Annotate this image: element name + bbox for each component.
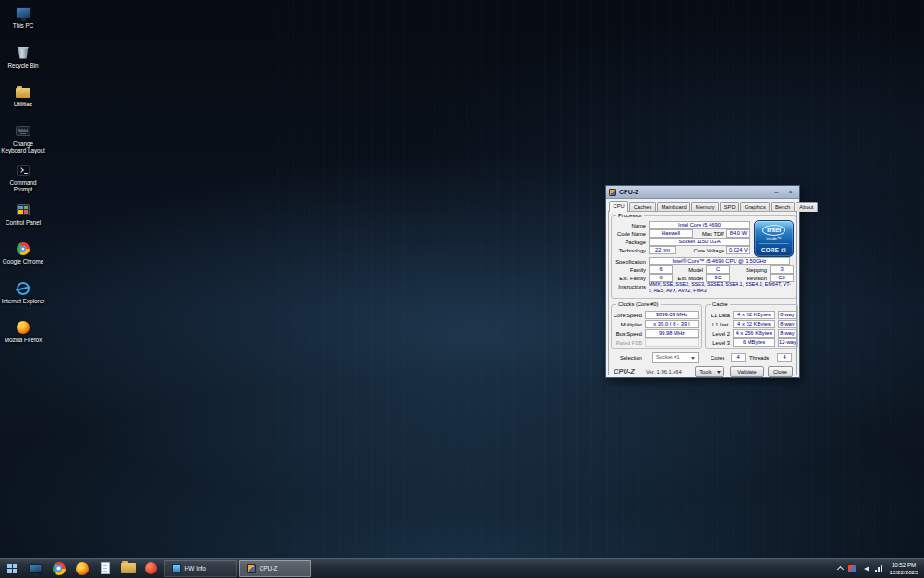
cache-group-label: Cache xyxy=(711,301,730,308)
chrome-icon xyxy=(15,241,31,256)
firefox-icon xyxy=(15,320,31,335)
name-label: Name xyxy=(612,222,646,229)
level3-size-field: 6 MBytes xyxy=(733,338,775,347)
taskbar-button-hwinfo[interactable]: HW Info xyxy=(164,560,237,577)
model-field: C xyxy=(706,265,730,274)
tray-app-icon[interactable] xyxy=(848,565,856,572)
desktop-icon-recycle-bin[interactable]: Recycle Bin xyxy=(0,45,46,85)
code-name-field: Haswell xyxy=(649,229,693,238)
command-prompt-icon xyxy=(15,163,31,178)
computer-icon xyxy=(29,563,42,572)
folder-icon xyxy=(15,84,31,99)
technology-label: Technology xyxy=(612,247,646,254)
tray-date: 12/22/2025 xyxy=(888,569,919,576)
l1-inst-way-field: 8-way xyxy=(778,320,796,328)
max-tdp-label: Max TDP xyxy=(695,230,724,238)
desktop-icon-label: Change Keyboard Layout xyxy=(1,141,45,154)
version-text: Ver. 1.96.1.x64 xyxy=(646,369,682,375)
package-field: Socket 1150 LGA xyxy=(649,238,750,246)
wallpaper-pattern xyxy=(277,0,924,558)
socket-selection-dropdown[interactable]: Socket #1 xyxy=(652,352,699,363)
desktop-icon-google-chrome[interactable]: Google Chrome xyxy=(0,241,46,281)
stepping-field: 3 xyxy=(770,265,794,274)
desktop-icon-change-keyboard-layout[interactable]: Change Keyboard Layout xyxy=(0,124,46,164)
desktop-icon-utilities[interactable]: Utilities xyxy=(0,84,46,124)
code-name-label: Code Name xyxy=(612,230,646,238)
keyboard-icon xyxy=(15,124,31,139)
specification-field: Intel® Core™ i5-4690 CPU @ 3.50GHz xyxy=(649,257,790,265)
desktop-icon-mozilla-firefox[interactable]: Mozilla Firefox xyxy=(0,320,46,360)
taskbar-icon-computer[interactable] xyxy=(24,559,47,578)
instructions-label: Instructions xyxy=(612,283,646,290)
instructions-text: MMX, SSE, SSE2, SSE3, SSSE3, SSE4.1, SSE… xyxy=(649,281,793,294)
media-player-icon xyxy=(145,562,157,574)
level3-label: Level 3 xyxy=(706,339,730,347)
taskbar-icon-chrome[interactable] xyxy=(47,559,70,578)
cpuz-titlebar[interactable]: CPU-Z – × xyxy=(606,186,799,199)
ext-family-label: Ext. Family xyxy=(612,275,646,282)
desktop-icon-label: This PC xyxy=(1,22,45,29)
desktop-icon-command-prompt[interactable]: Command Prompt xyxy=(0,163,46,203)
clocks-group-label: Clocks (Core #0) xyxy=(616,301,661,308)
clocks-groupbox: Clocks (Core #0) Core Speed 3899.09 MHz … xyxy=(611,304,702,349)
cpuz-window: CPU-Z – × CPU Caches Mainboard Memory SP… xyxy=(605,185,800,378)
desktop-icon-control-panel[interactable]: Control Panel xyxy=(0,203,46,242)
close-window-button[interactable]: × xyxy=(784,187,796,197)
taskbar-button-cpuz[interactable]: CPU-Z xyxy=(239,560,311,577)
tray-time: 10:52 PM xyxy=(888,561,919,569)
cores-label: Cores xyxy=(711,354,729,362)
l1-data-way-field: 8-way xyxy=(778,311,796,319)
desktop-icon-this-pc[interactable]: This PC xyxy=(0,6,46,45)
recycle-bin-icon xyxy=(15,45,31,60)
taskbar-icon-folder[interactable] xyxy=(116,559,140,578)
window-title: CPU-Z xyxy=(619,189,638,195)
stepping-label: Stepping xyxy=(733,266,767,274)
desktop-icon-label: Mozilla Firefox xyxy=(1,337,45,343)
max-tdp-field: 84.0 W xyxy=(726,229,750,238)
desktop-icon-label: Utilities xyxy=(1,101,45,107)
cores-field: 4 xyxy=(731,353,746,362)
l1-inst-size-field: 4 x 32 KBytes xyxy=(733,320,775,328)
core-voltage-label: Core Voltage xyxy=(678,247,724,254)
network-icon[interactable] xyxy=(875,565,882,572)
desktop-icon-label: Google Chrome xyxy=(1,258,45,264)
core-speed-label: Core Speed xyxy=(612,312,642,319)
rated-fsb-field xyxy=(645,338,699,347)
intel-inside-text: inside™ xyxy=(755,236,793,240)
core-speed-field: 3899.09 MHz xyxy=(645,311,699,319)
cpu-name-field: Intel Core i5 4690 xyxy=(649,221,750,229)
family-field: 6 xyxy=(649,265,673,274)
tab-about[interactable]: About xyxy=(796,202,818,212)
this-pc-icon xyxy=(15,6,31,20)
desktop-icon-label: Internet Explorer xyxy=(1,298,45,304)
processor-groupbox: Processor Name Intel Core i5 4690 Code N… xyxy=(611,215,796,299)
validate-button[interactable]: Validate xyxy=(730,366,764,377)
taskbar: HW Info CPU-Z 10:52 PM 12/22/2025 xyxy=(0,558,924,578)
tools-button[interactable]: Tools xyxy=(695,366,724,377)
control-panel-icon xyxy=(15,203,31,217)
desktop-icon-label: Control Panel xyxy=(1,219,45,226)
desktop-icon-internet-explorer[interactable]: Internet Explorer xyxy=(0,281,46,321)
taskbar-icon-notepad[interactable] xyxy=(93,559,116,578)
minimize-button[interactable]: – xyxy=(771,187,783,197)
rated-fsb-label: Rated FSB xyxy=(612,339,642,347)
bus-speed-label: Bus Speed xyxy=(612,330,642,338)
taskbar-icon-firefox[interactable] xyxy=(70,559,93,578)
tab-cpu[interactable]: CPU xyxy=(609,201,628,212)
desktop-icon-label: Command Prompt xyxy=(1,179,45,192)
tray-clock[interactable]: 10:52 PM 12/22/2025 xyxy=(888,561,919,575)
level3-way-field: 12-way xyxy=(778,338,796,347)
taskbar-icon-media[interactable] xyxy=(140,559,163,578)
close-button[interactable]: Close xyxy=(768,366,793,377)
threads-field: 4 xyxy=(777,353,792,362)
package-label: Package xyxy=(612,239,646,246)
folder-icon xyxy=(121,563,136,573)
window-footer: CPU-Z Ver. 1.96.1.x64 Tools Validate Clo… xyxy=(609,365,796,378)
volume-icon[interactable] xyxy=(861,566,869,572)
start-button[interactable] xyxy=(0,559,24,578)
tray-expand-chevron-icon[interactable] xyxy=(837,566,844,572)
desktop-icon-label: Recycle Bin xyxy=(1,62,45,68)
cpuz-icon xyxy=(247,564,256,573)
multiplier-label: Multiplier xyxy=(612,321,642,328)
firefox-icon xyxy=(76,562,89,575)
